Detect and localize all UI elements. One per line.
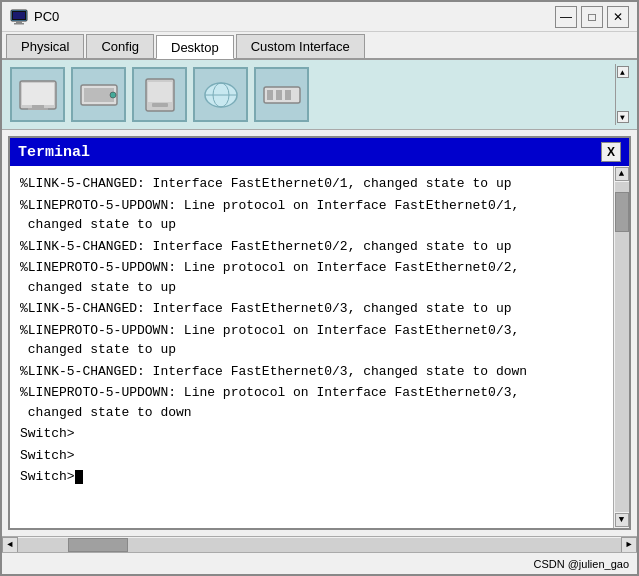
device-icon-3[interactable] [132, 67, 187, 122]
tab-config[interactable]: Config [86, 34, 154, 58]
device-toolbar: ▲ ▼ [2, 60, 637, 130]
terminal-container: Terminal X %LINK-5-CHANGED: Interface Fa… [2, 130, 637, 536]
main-content: Terminal X %LINK-5-CHANGED: Interface Fa… [2, 130, 637, 536]
terminal-header: Terminal X [10, 138, 629, 166]
terminal-window: Terminal X %LINK-5-CHANGED: Interface Fa… [8, 136, 631, 530]
scroll-thumb[interactable] [615, 192, 629, 232]
h-scroll-track[interactable] [18, 538, 621, 552]
device-icon-4[interactable] [193, 67, 248, 122]
device-icon-1[interactable] [10, 67, 65, 122]
scroll-down-arrow[interactable]: ▼ [615, 513, 629, 527]
window-controls: — □ ✕ [555, 6, 629, 28]
maximize-button[interactable]: □ [581, 6, 603, 28]
h-scroll-thumb[interactable] [68, 538, 128, 552]
terminal-line: %LINEPROTO-5-UPDOWN: Line protocol on In… [20, 383, 603, 422]
terminal-line: %LINK-5-CHANGED: Interface FastEthernet0… [20, 362, 603, 382]
tab-physical[interactable]: Physical [6, 34, 84, 58]
svg-rect-6 [22, 83, 54, 105]
terminal-line: Switch> [20, 446, 603, 466]
svg-rect-10 [84, 88, 114, 102]
tab-bar: Physical Config Desktop Custom Interface [2, 32, 637, 60]
svg-rect-8 [28, 108, 48, 110]
device-icon-5[interactable] [254, 67, 309, 122]
terminal-line: %LINK-5-CHANGED: Interface FastEthernet0… [20, 237, 603, 257]
terminal-body[interactable]: %LINK-5-CHANGED: Interface FastEthernet0… [10, 166, 613, 528]
svg-rect-14 [152, 103, 168, 107]
svg-rect-4 [13, 12, 25, 19]
terminal-cursor [75, 470, 83, 484]
terminal-body-wrapper: %LINK-5-CHANGED: Interface FastEthernet0… [10, 166, 629, 528]
window-icon [10, 8, 28, 26]
minimize-button[interactable]: — [555, 6, 577, 28]
terminal-line: Switch> [20, 467, 603, 487]
svg-rect-21 [285, 90, 291, 100]
toolbar-scroll-up[interactable]: ▲ [617, 66, 629, 78]
status-bar: CSDN @julien_gao [2, 552, 637, 574]
svg-rect-13 [148, 82, 172, 102]
tab-custom-interface[interactable]: Custom Interface [236, 34, 365, 58]
window-title: PC0 [34, 9, 555, 24]
terminal-line: %LINEPROTO-5-UPDOWN: Line protocol on In… [20, 258, 603, 297]
main-window: PC0 — □ ✕ Physical Config Desktop Custom… [0, 0, 639, 576]
status-text: CSDN @julien_gao [533, 558, 629, 570]
h-scroll-left[interactable]: ◄ [2, 537, 18, 553]
svg-rect-20 [276, 90, 282, 100]
h-scroll-bar: ◄ ► [2, 536, 637, 552]
scroll-up-arrow[interactable]: ▲ [615, 167, 629, 181]
svg-rect-19 [267, 90, 273, 100]
terminal-line: %LINEPROTO-5-UPDOWN: Line protocol on In… [20, 321, 603, 360]
svg-point-11 [110, 92, 116, 98]
terminal-line: %LINK-5-CHANGED: Interface FastEthernet0… [20, 299, 603, 319]
scroll-track[interactable] [615, 182, 629, 512]
toolbar-scroll-down[interactable]: ▼ [617, 111, 629, 123]
svg-rect-7 [32, 105, 44, 108]
svg-rect-2 [14, 23, 24, 25]
toolbar-scrollbar: ▲ ▼ [615, 64, 629, 125]
title-bar: PC0 — □ ✕ [2, 2, 637, 32]
terminal-line: %LINEPROTO-5-UPDOWN: Line protocol on In… [20, 196, 603, 235]
terminal-line: %LINK-5-CHANGED: Interface FastEthernet0… [20, 174, 603, 194]
device-icon-2[interactable] [71, 67, 126, 122]
svg-rect-1 [16, 21, 22, 23]
close-button[interactable]: ✕ [607, 6, 629, 28]
tab-desktop[interactable]: Desktop [156, 35, 234, 59]
terminal-scrollbar-v: ▲ ▼ [613, 166, 629, 528]
terminal-line: Switch> [20, 424, 603, 444]
h-scroll-right[interactable]: ► [621, 537, 637, 553]
terminal-close-button[interactable]: X [601, 142, 621, 162]
terminal-title: Terminal [18, 144, 90, 161]
